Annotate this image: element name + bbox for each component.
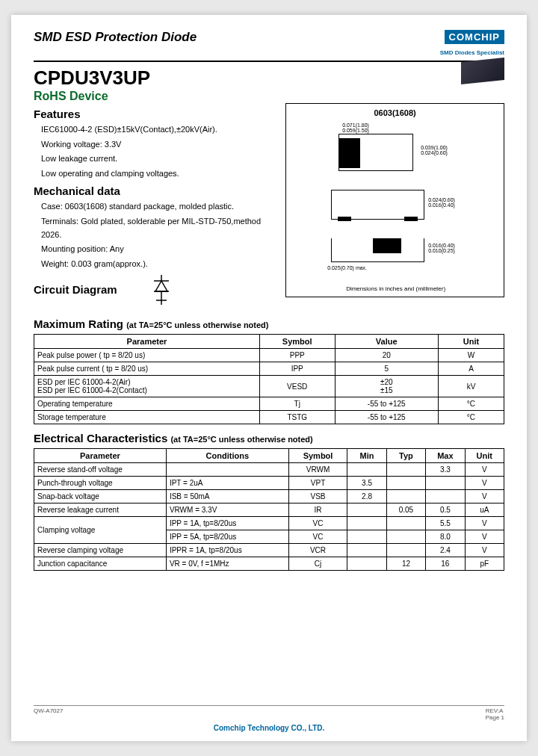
cell: °C	[438, 397, 504, 411]
cell: 20	[335, 349, 438, 362]
cell: V	[465, 490, 504, 504]
cell: 16	[426, 557, 465, 571]
cell	[386, 544, 425, 557]
rev: REV:A	[486, 707, 504, 714]
cell: 8.0	[426, 530, 465, 544]
cell: kV	[438, 376, 504, 397]
cell: IR	[288, 504, 347, 517]
rohs-label: RoHS Device	[34, 90, 504, 103]
footer-rev-page: REV:A Page 1	[486, 707, 504, 721]
cell: Clamping voltage	[34, 517, 167, 544]
cell: ISB = 50mA	[166, 490, 288, 504]
table-header-row: Parameter Symbol Value Unit	[34, 335, 504, 349]
max-rating-section: Maximum Rating (at TA=25°C unless otherw…	[34, 317, 504, 424]
mechanical-heading: Mechanical data	[34, 185, 274, 197]
cell: VC	[288, 517, 347, 530]
cell: VC	[288, 530, 347, 544]
cell: 2.8	[347, 490, 386, 504]
pkg-side-view	[331, 190, 424, 220]
package-diagram: 0603(1608) 0.071(1.80) 0.059(1.50) 0.039…	[285, 103, 504, 297]
cell: Tj	[259, 397, 335, 411]
document-title: SMD ESD Protection Diode	[34, 30, 197, 58]
cell: Peak pulse current ( tp = 8/20 us)	[34, 362, 260, 376]
th: Min	[347, 449, 386, 463]
features-list: IEC61000-4-2 (ESD)±15kV(Contact),±20kV(A…	[34, 123, 274, 180]
pkg-dim: 0.024(0.60) 0.016(0.40)	[428, 197, 455, 208]
cell: VESD	[259, 376, 335, 397]
page: SMD ESD Protection Diode COMCHIP SMD Dio…	[11, 15, 527, 741]
features-heading: Features	[34, 108, 274, 120]
left-column: Features IEC61000-4-2 (ESD)±15kV(Contact…	[34, 103, 274, 310]
table-header-row: Parameter Conditions Symbol Min Typ Max …	[34, 449, 504, 463]
max-rating-table: Parameter Symbol Value Unit Peak pulse p…	[34, 334, 504, 424]
mech-item: Terminals: Gold plated, solderable per M…	[41, 215, 274, 241]
header: SMD ESD Protection Diode COMCHIP SMD Dio…	[34, 30, 504, 62]
th-symbol: Symbol	[259, 335, 335, 349]
cell: ±20 ±15	[335, 376, 438, 397]
cell: 3.5	[347, 477, 386, 490]
cell: °C	[438, 411, 504, 424]
logo-subtitle: SMD Diodes Specialist	[440, 49, 504, 56]
footer-line: QW-A7027 REV:A Page 1	[34, 705, 504, 721]
th: Typ	[386, 449, 425, 463]
table-row: Storage temperatureTSTG-55 to +125°C	[34, 411, 504, 424]
th-parameter: Parameter	[34, 335, 260, 349]
max-rating-sub: (at TA=25°C unless otherwise noted)	[126, 320, 268, 329]
cell: 0.5	[426, 504, 465, 517]
cell: VR = 0V, f =1MHz	[166, 557, 288, 571]
table-row: Peak pulse current ( tp = 8/20 us)IPP5A	[34, 362, 504, 376]
company-name: Comchip Technology CO., LTD.	[34, 724, 504, 732]
cell: IPP = 1A, tp=8/20us	[166, 517, 288, 530]
pkg-dim: 0.025(0.70) max.	[327, 265, 367, 270]
table-row: Reverse stand-off voltageVRWM3.3V	[34, 463, 504, 477]
elec-char-table: Parameter Conditions Symbol Min Typ Max …	[34, 448, 504, 571]
cell: VRWM	[288, 463, 347, 477]
cell	[347, 530, 386, 544]
cell: Cj	[288, 557, 347, 571]
feature-item: Low operating and clamping voltages.	[41, 167, 274, 181]
feature-item: Low leakage current.	[41, 152, 274, 166]
mech-item: Case: 0603(1608) standard package, molde…	[41, 200, 274, 214]
doc-id: QW-A7027	[34, 707, 63, 721]
cell	[386, 490, 425, 504]
logo-area: COMCHIP SMD Diodes Specialist	[440, 30, 504, 58]
table-row: Reverse leakage currentVRWM = 3.3VIR0.05…	[34, 504, 504, 517]
package-title: 0603(1608)	[291, 108, 499, 117]
cell	[347, 504, 386, 517]
pkg-footprint	[331, 238, 424, 262]
cell: 12	[386, 557, 425, 571]
cell	[347, 517, 386, 530]
cell: Junction capacitance	[34, 557, 167, 571]
th: Max	[426, 449, 465, 463]
cell: V	[465, 517, 504, 530]
cell: VCR	[288, 544, 347, 557]
cell	[426, 490, 465, 504]
page-num: Page 1	[486, 714, 504, 721]
cell	[386, 517, 425, 530]
cell: 5.5	[426, 517, 465, 530]
elec-char-section: Electrical Characteristics (at TA=25°C u…	[34, 432, 504, 571]
svg-marker-2	[155, 281, 167, 291]
cell: -55 to +125	[335, 411, 438, 424]
cell: 2.4	[426, 544, 465, 557]
component-image	[461, 58, 504, 84]
main-columns: Features IEC61000-4-2 (ESD)±15kV(Contact…	[34, 103, 504, 310]
circuit-diagram-icon	[150, 275, 173, 307]
cell: TSTG	[259, 411, 335, 424]
th: Conditions	[166, 449, 288, 463]
cell	[347, 544, 386, 557]
cell: Storage temperature	[34, 411, 260, 424]
cell: 0.05	[386, 504, 425, 517]
cell: PPP	[259, 349, 335, 362]
cell: V	[465, 544, 504, 557]
cell: uA	[465, 504, 504, 517]
mech-item: Mounting position: Any	[41, 243, 274, 256]
circuit-heading: Circuit Diagram	[34, 275, 274, 307]
cell	[386, 463, 425, 477]
table-row: Punch-through voltageIPT = 2uAVPT3.5V	[34, 477, 504, 490]
cell	[426, 477, 465, 490]
cell: V	[465, 463, 504, 477]
cell: VSB	[288, 490, 347, 504]
cell: Reverse clamping voltage	[34, 544, 167, 557]
cell: -55 to +125	[335, 397, 438, 411]
